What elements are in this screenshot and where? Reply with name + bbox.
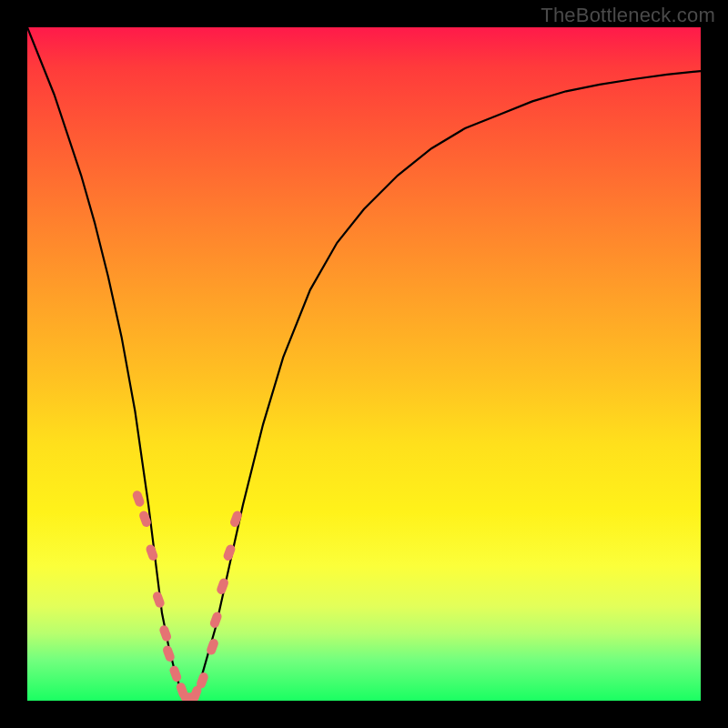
- watermark-text: TheBottleneck.com: [541, 4, 715, 27]
- curve-marker: [145, 543, 159, 561]
- curve-svg: [27, 27, 701, 701]
- marker-group: [131, 490, 243, 701]
- bottleneck-curve: [27, 27, 701, 701]
- chart-frame: TheBottleneck.com: [0, 0, 728, 728]
- curve-marker: [131, 490, 146, 508]
- curve-marker: [216, 577, 230, 595]
- curve-marker: [208, 611, 223, 629]
- curve-marker: [162, 644, 177, 662]
- curve-marker: [152, 591, 167, 609]
- curve-marker: [168, 664, 183, 682]
- plot-area: [27, 27, 701, 701]
- curve-marker: [158, 624, 173, 642]
